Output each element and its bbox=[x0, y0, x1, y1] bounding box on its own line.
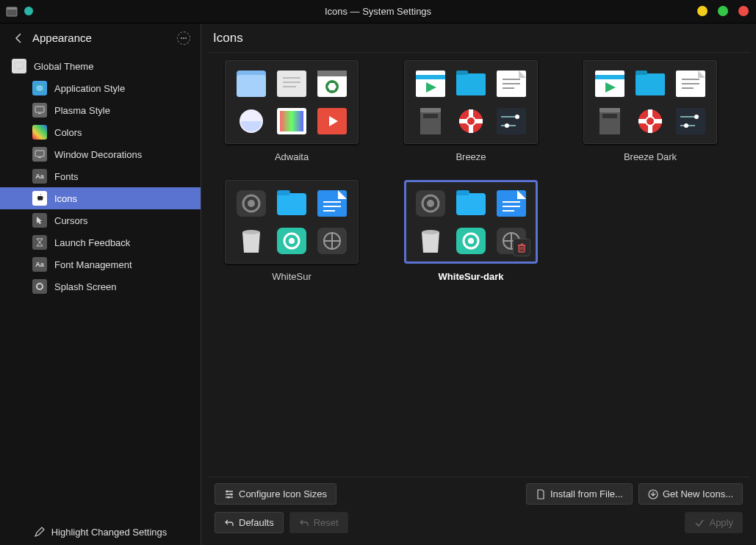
svg-point-3 bbox=[181, 37, 182, 39]
preview-icon bbox=[674, 105, 708, 137]
sidebar-item-global-theme[interactable]: Global Theme bbox=[0, 55, 201, 77]
theme-label: WhiteSur-dark bbox=[439, 271, 504, 282]
content-title: Icons bbox=[201, 24, 756, 52]
sidebar-item-label: Global Theme bbox=[34, 61, 93, 72]
preview-icon bbox=[453, 68, 488, 99]
window-maximize-button[interactable] bbox=[718, 6, 728, 16]
delete-theme-button[interactable] bbox=[513, 239, 530, 256]
sidebar-item-colors[interactable]: Colors bbox=[0, 121, 201, 143]
preview-icon bbox=[494, 187, 529, 219]
sidebar-item-cursors[interactable]: Cursors bbox=[0, 209, 201, 231]
theme-tile-breeze-dark[interactable]: Breeze Dark bbox=[583, 60, 717, 162]
svg-rect-50 bbox=[600, 108, 620, 112]
preview-icon bbox=[274, 187, 309, 219]
svg-point-89 bbox=[228, 496, 230, 498]
app-menu-icon[interactable] bbox=[6, 6, 18, 18]
svg-rect-21 bbox=[280, 111, 303, 131]
svg-point-75 bbox=[427, 200, 434, 207]
content-pane: Icons AdwaitaBreezeBreeze DarkWhiteSurWh… bbox=[201, 24, 756, 545]
svg-rect-25 bbox=[416, 75, 445, 79]
svg-point-40 bbox=[515, 115, 519, 119]
svg-rect-7 bbox=[18, 69, 21, 70]
preview-icon bbox=[315, 225, 350, 256]
window-close-button[interactable] bbox=[738, 6, 749, 16]
svg-point-67 bbox=[242, 230, 260, 234]
get-new-icons-button[interactable]: Get New Icons... bbox=[638, 483, 743, 505]
preview-icon bbox=[453, 225, 488, 256]
svg-rect-6 bbox=[15, 62, 24, 68]
sidebar-item-label: Launch Feedback bbox=[54, 237, 130, 248]
sidebar: Appearance Global ThemeApplication Style… bbox=[0, 24, 201, 545]
theme-preview bbox=[225, 180, 359, 264]
window-title: Icons — System Settings bbox=[0, 6, 756, 17]
svg-point-70 bbox=[289, 238, 295, 244]
sidebar-item-application-style[interactable]: Application Style bbox=[0, 77, 201, 99]
preview-icon bbox=[274, 68, 309, 99]
sidebar-item-font-management[interactable]: AaFont Management bbox=[0, 253, 201, 275]
preview-icon bbox=[234, 105, 268, 137]
svg-rect-32 bbox=[420, 108, 441, 112]
svg-point-38 bbox=[467, 118, 475, 125]
sliders-icon bbox=[224, 489, 234, 499]
svg-rect-17 bbox=[317, 71, 347, 76]
svg-point-59 bbox=[684, 123, 688, 128]
svg-rect-27 bbox=[456, 73, 486, 95]
highlight-changed-button[interactable]: Highlight Changed Settings bbox=[0, 519, 201, 545]
theme-preview bbox=[404, 60, 538, 144]
theme-preview bbox=[404, 180, 538, 264]
svg-rect-11 bbox=[38, 157, 41, 158]
svg-rect-42 bbox=[595, 71, 624, 97]
svg-rect-63 bbox=[277, 193, 306, 215]
svg-rect-43 bbox=[595, 75, 624, 79]
preview-icon bbox=[453, 187, 488, 219]
theme-tile-adwaita[interactable]: Adwaita bbox=[225, 60, 359, 162]
svg-rect-78 bbox=[497, 190, 526, 217]
svg-rect-77 bbox=[456, 190, 469, 195]
sidebar-item-window-decorations[interactable]: Window Decorations bbox=[0, 143, 201, 165]
sidebar-item-label: Window Decorations bbox=[54, 149, 142, 160]
sidebar-item-fonts[interactable]: AaFonts bbox=[0, 165, 201, 187]
icon-theme-grid: AdwaitaBreezeBreeze DarkWhiteSurWhiteSur… bbox=[207, 52, 750, 477]
preview-icon bbox=[315, 68, 350, 99]
sidebar-item-label: Icons bbox=[54, 193, 77, 204]
svg-rect-51 bbox=[602, 114, 617, 118]
svg-rect-8 bbox=[35, 107, 44, 112]
theme-tile-breeze[interactable]: Breeze bbox=[404, 60, 538, 162]
svg-rect-45 bbox=[636, 73, 665, 95]
sidebar-item-splash-screen[interactable]: Splash Screen bbox=[0, 275, 201, 297]
svg-rect-14 bbox=[237, 75, 266, 97]
sidebar-title: Appearance bbox=[32, 32, 92, 44]
more-menu-button[interactable] bbox=[177, 32, 190, 45]
configure-icon-sizes-button[interactable]: Configure Icon Sizes bbox=[215, 483, 336, 505]
svg-point-4 bbox=[183, 37, 184, 39]
preview-icon bbox=[234, 187, 268, 219]
svg-point-5 bbox=[185, 37, 187, 39]
document-icon bbox=[536, 489, 546, 499]
theme-label: Breeze bbox=[456, 151, 486, 162]
preview-icon bbox=[413, 225, 447, 256]
sidebar-item-icons[interactable]: Icons bbox=[0, 187, 201, 209]
preview-icon bbox=[315, 105, 350, 137]
undo-icon bbox=[224, 518, 234, 528]
sidebar-item-label: Cursors bbox=[54, 215, 88, 226]
svg-rect-33 bbox=[423, 114, 438, 118]
preview-icon bbox=[494, 68, 529, 99]
sidebar-item-label: Splash Screen bbox=[54, 281, 117, 292]
svg-point-88 bbox=[231, 493, 233, 495]
window-minimize-button[interactable] bbox=[697, 6, 708, 16]
sidebar-item-launch-feedback[interactable]: Launch Feedback bbox=[0, 231, 201, 253]
sidebar-item-plasma-style[interactable]: Plasma Style bbox=[0, 99, 201, 121]
defaults-button[interactable]: Defaults bbox=[215, 512, 284, 533]
back-button[interactable] bbox=[13, 32, 25, 44]
install-from-file-button[interactable]: Install from File... bbox=[526, 483, 633, 505]
preview-icon bbox=[274, 105, 309, 137]
preview-icon bbox=[633, 105, 667, 137]
theme-tile-whitesur[interactable]: WhiteSur bbox=[225, 180, 359, 282]
svg-rect-39 bbox=[497, 108, 526, 134]
theme-tile-whitesur-dark[interactable]: WhiteSur-dark bbox=[404, 180, 538, 282]
pin-icon[interactable] bbox=[24, 6, 35, 18]
svg-rect-57 bbox=[676, 108, 705, 134]
svg-rect-15 bbox=[277, 71, 306, 97]
preview-icon bbox=[453, 105, 488, 137]
theme-preview bbox=[225, 60, 359, 144]
